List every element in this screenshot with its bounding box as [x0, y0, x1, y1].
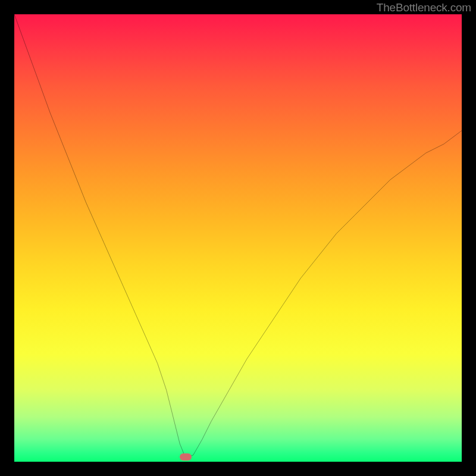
- chart-frame: TheBottleneck.com: [0, 0, 476, 476]
- bottleneck-curve: [14, 14, 462, 458]
- watermark-text: TheBottleneck.com: [377, 1, 471, 14]
- curve-svg: [14, 14, 462, 462]
- optimum-marker: [180, 453, 192, 461]
- plot-area: [14, 14, 462, 462]
